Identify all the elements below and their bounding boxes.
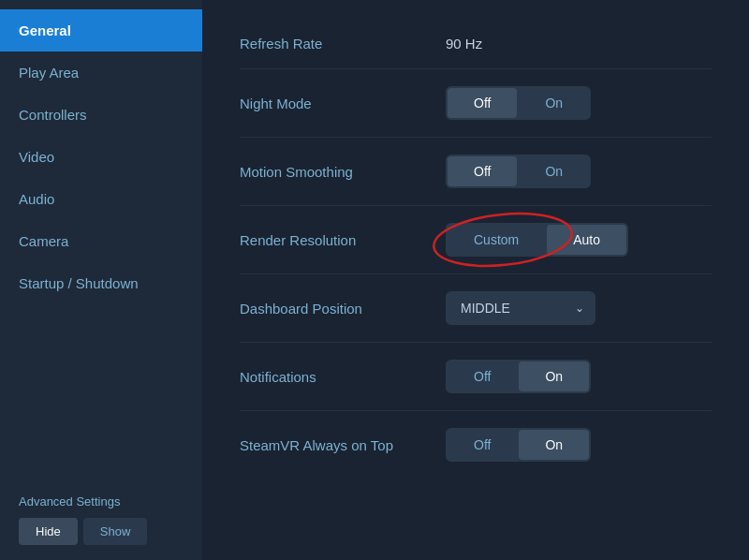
render-resolution-value: Custom Auto <box>446 223 712 257</box>
steamvr-always-on-top-label: SteamVR Always on Top <box>240 437 446 453</box>
dashboard-position-dropdown-wrapper: LOW MIDDLE HIGH ⌄ <box>446 291 595 325</box>
hide-button[interactable]: Hide <box>19 518 78 545</box>
dashboard-position-label: Dashboard Position <box>240 301 446 317</box>
steamvr-always-on-top-off-button[interactable]: Off <box>448 430 517 460</box>
notifications-off-button[interactable]: Off <box>448 361 517 391</box>
notifications-label: Notifications <box>240 369 446 385</box>
main-content: Refresh Rate 90 Hz Night Mode Off On Mot… <box>202 0 749 560</box>
night-mode-toggle: Off On <box>446 86 591 120</box>
notifications-on-button[interactable]: On <box>519 361 589 391</box>
notifications-row: Notifications Off On <box>240 343 712 411</box>
sidebar-item-controllers[interactable]: Controllers <box>0 94 202 136</box>
advanced-settings-label: Advanced Settings <box>19 494 184 508</box>
night-mode-row: Night Mode Off On <box>240 69 712 138</box>
night-mode-value: Off On <box>446 86 712 120</box>
render-resolution-toggle: Custom Auto <box>446 223 628 257</box>
motion-smoothing-label: Motion Smoothing <box>240 164 446 180</box>
hide-show-buttons: Hide Show <box>19 518 184 545</box>
motion-smoothing-toggle: Off On <box>446 155 591 188</box>
motion-smoothing-off-button[interactable]: Off <box>448 156 517 186</box>
sidebar-item-label: Controllers <box>19 107 87 123</box>
steamvr-always-on-top-toggle: Off On <box>446 428 591 462</box>
steamvr-always-on-top-row: SteamVR Always on Top Off On <box>240 411 712 479</box>
render-resolution-label: Render Resolution <box>240 232 446 248</box>
notifications-toggle: Off On <box>446 360 591 393</box>
render-resolution-row: Render Resolution Custom Auto <box>240 206 712 274</box>
motion-smoothing-value: Off On <box>446 155 712 188</box>
sidebar-item-startup-shutdown[interactable]: Startup / Shutdown <box>0 262 202 304</box>
sidebar-bottom: Advanced Settings Hide Show <box>0 479 202 560</box>
night-mode-off-button[interactable]: Off <box>448 88 517 118</box>
sidebar-item-general[interactable]: General <box>0 9 202 52</box>
sidebar-item-label: Startup / Shutdown <box>19 275 139 291</box>
sidebar-item-label: Video <box>19 149 54 165</box>
sidebar-item-label: Audio <box>19 191 54 207</box>
render-resolution-auto-button[interactable]: Auto <box>547 225 626 255</box>
steamvr-always-on-top-value: Off On <box>446 428 712 462</box>
dashboard-position-row: Dashboard Position LOW MIDDLE HIGH ⌄ <box>240 274 712 343</box>
sidebar-item-video[interactable]: Video <box>0 136 202 178</box>
sidebar-item-audio[interactable]: Audio <box>0 178 202 220</box>
refresh-rate-value: 90 Hz <box>446 36 712 52</box>
refresh-rate-row: Refresh Rate 90 Hz <box>240 19 712 69</box>
steamvr-always-on-top-on-button[interactable]: On <box>519 430 589 460</box>
sidebar-item-label: Play Area <box>19 65 79 81</box>
night-mode-label: Night Mode <box>240 96 446 111</box>
refresh-rate-label: Refresh Rate <box>240 36 446 52</box>
dashboard-position-select[interactable]: LOW MIDDLE HIGH <box>446 291 595 325</box>
sidebar-item-camera[interactable]: Camera <box>0 220 202 262</box>
render-resolution-custom-button[interactable]: Custom <box>448 225 545 255</box>
dashboard-position-value: LOW MIDDLE HIGH ⌄ <box>446 291 712 325</box>
sidebar-item-play-area[interactable]: Play Area <box>0 52 202 94</box>
motion-smoothing-on-button[interactable]: On <box>519 156 589 186</box>
sidebar-item-label: General <box>19 22 71 38</box>
render-resolution-group: Custom Auto <box>446 223 628 257</box>
sidebar-item-label: Camera <box>19 233 68 249</box>
refresh-rate-text: 90 Hz <box>446 36 482 52</box>
notifications-value: Off On <box>446 360 712 393</box>
motion-smoothing-row: Motion Smoothing Off On <box>240 138 712 206</box>
show-button[interactable]: Show <box>83 518 148 545</box>
night-mode-on-button[interactable]: On <box>519 88 589 118</box>
sidebar: General Play Area Controllers Video Audi… <box>0 0 202 560</box>
